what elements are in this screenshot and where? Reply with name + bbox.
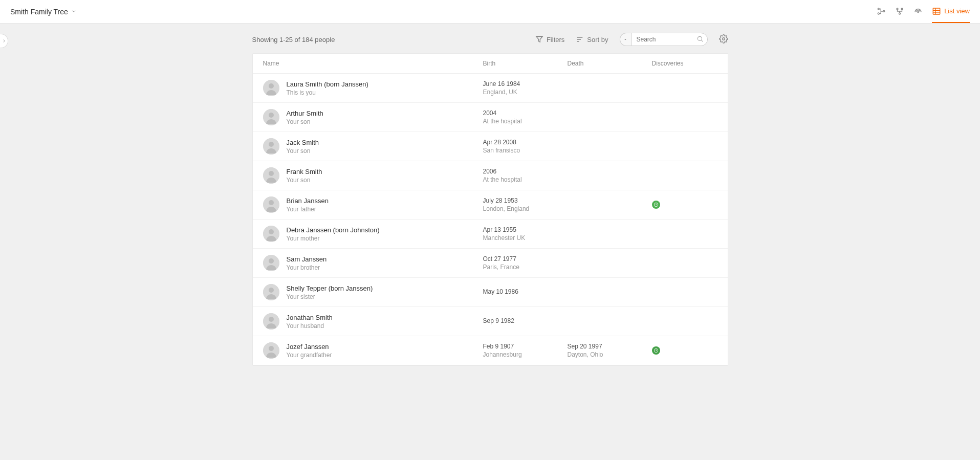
table-row[interactable]: Jonathan SmithYour husbandSep 9 1982 bbox=[253, 307, 728, 336]
person-relation: Your brother bbox=[287, 264, 327, 271]
svg-point-26 bbox=[269, 171, 274, 176]
death-place: Dayton, Ohio bbox=[568, 351, 652, 358]
birth-date: May 10 1986 bbox=[483, 288, 568, 295]
birth-place: At the hospital bbox=[483, 118, 568, 125]
svg-point-22 bbox=[269, 113, 274, 118]
main-content: Showing 1-25 of 184 people Filters Sort … bbox=[252, 24, 728, 366]
person-relation: Your grandfather bbox=[287, 352, 332, 359]
avatar bbox=[263, 313, 279, 330]
birth-date: June 16 1984 bbox=[483, 80, 568, 87]
tree-selector[interactable]: Smith Family Tree bbox=[10, 8, 76, 16]
birth-date: July 28 1953 bbox=[483, 197, 568, 204]
list-settings-button[interactable] bbox=[719, 34, 728, 45]
table-row[interactable]: Debra Janssen (born Johnston)Your mother… bbox=[253, 220, 728, 249]
view-switcher: List view bbox=[877, 1, 970, 23]
person-name: Brian Janssen bbox=[287, 197, 329, 205]
birth-place: San fransisco bbox=[483, 147, 568, 154]
showing-count: Showing 1-25 of 184 people bbox=[252, 36, 335, 43]
search-wrap bbox=[620, 33, 708, 46]
svg-point-6 bbox=[918, 11, 919, 12]
svg-point-37 bbox=[269, 317, 274, 322]
search-input[interactable] bbox=[631, 33, 708, 46]
svg-point-20 bbox=[269, 83, 274, 89]
person-name: Frank Smith bbox=[287, 168, 322, 176]
avatar bbox=[263, 109, 279, 125]
svg-point-4 bbox=[901, 8, 903, 10]
avatar bbox=[263, 167, 279, 184]
svg-point-28 bbox=[269, 200, 274, 205]
birth-place: Manchester UK bbox=[483, 234, 568, 242]
birth-date: Oct 27 1977 bbox=[483, 255, 568, 262]
birth-place: Paris, France bbox=[483, 264, 568, 271]
birth-place: London, England bbox=[483, 205, 568, 212]
header-discoveries[interactable]: Discoveries bbox=[652, 60, 717, 67]
birth-place: England, UK bbox=[483, 89, 568, 96]
person-relation: Your sister bbox=[287, 293, 373, 300]
svg-point-1 bbox=[878, 13, 879, 14]
table-row[interactable]: Jozef JanssenYour grandfatherFeb 9 1907J… bbox=[253, 336, 728, 365]
avatar bbox=[263, 342, 279, 359]
table-row[interactable]: Shelly Tepper (born Janssen)Your sisterM… bbox=[253, 278, 728, 307]
header-birth[interactable]: Birth bbox=[483, 60, 568, 67]
list-view-button[interactable]: List view bbox=[932, 1, 970, 23]
avatar bbox=[263, 196, 279, 213]
person-relation: Your son bbox=[287, 118, 323, 125]
person-relation: Your son bbox=[287, 147, 319, 155]
family-view-button[interactable] bbox=[895, 1, 904, 23]
birth-place: Johannesburg bbox=[483, 351, 568, 358]
svg-point-35 bbox=[269, 288, 274, 293]
chevron-down-icon bbox=[71, 8, 76, 15]
table-row[interactable]: Frank SmithYour son2006At the hospital bbox=[253, 161, 728, 190]
birth-date: 2004 bbox=[483, 109, 568, 117]
avatar bbox=[263, 255, 279, 271]
people-table: Name Birth Death Discoveries Laura Smith… bbox=[252, 53, 728, 366]
top-bar: Smith Family Tree List view bbox=[0, 0, 980, 24]
person-name: Laura Smith (born Janssen) bbox=[287, 80, 368, 88]
person-relation: This is you bbox=[287, 89, 368, 96]
table-row[interactable]: Brian JanssenYour fatherJuly 28 1953Lond… bbox=[253, 190, 728, 220]
person-name: Jozef Janssen bbox=[287, 343, 332, 351]
search-type-dropdown[interactable] bbox=[620, 33, 631, 46]
sortby-button[interactable]: Sort by bbox=[576, 35, 608, 43]
person-relation: Your husband bbox=[287, 322, 333, 330]
discovery-badge[interactable] bbox=[652, 201, 660, 209]
table-row[interactable]: Jack SmithYour sonApr 28 2008San fransis… bbox=[253, 132, 728, 161]
fan-view-button[interactable] bbox=[913, 1, 923, 23]
header-name[interactable]: Name bbox=[263, 60, 483, 67]
person-name: Arthur Smith bbox=[287, 109, 323, 117]
svg-point-5 bbox=[899, 13, 901, 14]
person-name: Sam Janssen bbox=[287, 255, 327, 263]
person-relation: Your mother bbox=[287, 235, 380, 242]
person-relation: Your father bbox=[287, 206, 329, 213]
avatar bbox=[263, 226, 279, 242]
svg-marker-11 bbox=[536, 37, 542, 42]
svg-point-3 bbox=[897, 8, 898, 10]
filters-label: Filters bbox=[547, 36, 564, 43]
birth-date: Apr 13 1955 bbox=[483, 226, 568, 233]
table-row[interactable]: Arthur SmithYour son2004At the hospital bbox=[253, 103, 728, 132]
table-row[interactable]: Laura Smith (born Janssen)This is youJun… bbox=[253, 74, 728, 103]
birth-date: Sep 9 1982 bbox=[483, 317, 568, 324]
person-name: Jonathan Smith bbox=[287, 314, 333, 321]
discovery-badge[interactable] bbox=[652, 346, 660, 355]
sidebar-expand-button[interactable] bbox=[0, 34, 8, 48]
person-relation: Your son bbox=[287, 177, 322, 184]
list-view-label: List view bbox=[944, 7, 970, 15]
header-death[interactable]: Death bbox=[568, 60, 652, 67]
avatar bbox=[263, 284, 279, 300]
svg-point-33 bbox=[269, 258, 274, 264]
filters-button[interactable]: Filters bbox=[535, 35, 564, 43]
svg-marker-15 bbox=[624, 39, 626, 40]
tree-title: Smith Family Tree bbox=[10, 8, 68, 16]
svg-point-24 bbox=[269, 142, 274, 147]
svg-point-2 bbox=[883, 10, 885, 12]
birth-date: Feb 9 1907 bbox=[483, 343, 568, 350]
pedigree-view-button[interactable] bbox=[877, 1, 886, 23]
table-row[interactable]: Sam JanssenYour brotherOct 27 1977Paris,… bbox=[253, 249, 728, 278]
death-date: Sep 20 1997 bbox=[568, 343, 652, 350]
svg-point-31 bbox=[269, 229, 274, 234]
svg-point-18 bbox=[722, 37, 725, 40]
birth-place: At the hospital bbox=[483, 176, 568, 183]
table-header: Name Birth Death Discoveries bbox=[253, 54, 728, 74]
sortby-label: Sort by bbox=[587, 36, 608, 43]
